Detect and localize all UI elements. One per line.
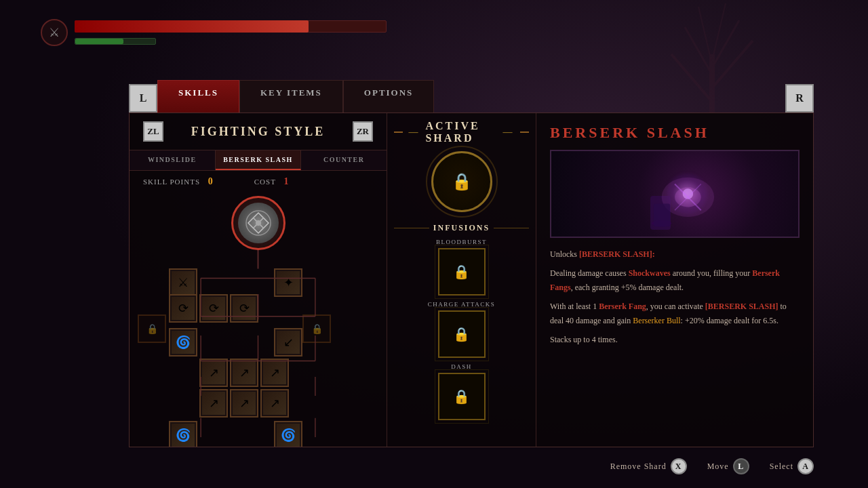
skills-panel: ZL FIGHTING STYLE ZR WINDSLIDE BERSERK S… (130, 113, 387, 447)
main-shard-slot[interactable]: 🔒 (431, 151, 492, 212)
skill-node-r4c4[interactable]: ↗ (199, 389, 228, 418)
skill-node-r2c2[interactable]: ⟳ (199, 294, 228, 323)
charge-border: 🔒 (438, 310, 486, 358)
shard-lock-icon: 🔒 (433, 153, 490, 210)
infusion-bloodburst: BLOODBURST 🔒 (394, 239, 529, 296)
skill-node-r5c1[interactable]: 🌀 (169, 421, 197, 447)
berserker-bull-word: Berserker Bull (633, 316, 680, 325)
charge-lock: 🔒 (439, 312, 484, 357)
zr-key-badge: ZR (353, 121, 373, 142)
health-bar-container (75, 20, 387, 33)
fighting-style-title: FIGHTING STYLE (191, 125, 326, 139)
bloodburst-slot[interactable]: 🔒 (438, 248, 486, 296)
zl-key-badge: ZL (143, 121, 163, 142)
title-ornament-right: — (503, 127, 515, 138)
skill-points-row: SKILL POINTS 0 COST 1 (130, 171, 387, 192)
title-ornament-left: — (408, 127, 420, 138)
remove-shard-action: Remove Shard X (610, 458, 687, 474)
x-key-button[interactable]: X (671, 458, 687, 474)
shockwaves-word: Shockwaves (629, 268, 671, 278)
fighting-style-header: ZL FIGHTING STYLE ZR (130, 113, 387, 150)
svg-rect-29 (654, 204, 670, 227)
berserk-fang-word: Berserk Fang (599, 302, 646, 311)
skill-points-label: SKILL POINTS (143, 178, 200, 186)
stamina-bar-bg (75, 38, 156, 45)
bottom-actions-bar: Remove Shard X Move L Select A (129, 458, 814, 474)
svg-point-22 (256, 220, 261, 226)
remove-shard-label: Remove Shard (610, 462, 667, 472)
character-icon: ⚔ (41, 19, 68, 46)
preview-svg-effects (551, 151, 798, 237)
stamina-bar-fill (75, 39, 123, 44)
tabs-row: L SKILLS KEY ITEMS OPTIONS R (129, 80, 814, 113)
skill-points-value: 0 (208, 176, 214, 186)
top-bar: ⚔ (41, 19, 827, 46)
tab-skills[interactable]: SKILLS (157, 80, 239, 113)
dash-lock: 🔒 (439, 374, 484, 419)
move-label: Move (707, 462, 729, 472)
skill-node-r2c1[interactable]: ⟳ (169, 294, 197, 323)
cost-value: 1 (283, 176, 289, 186)
skill-node-r4c3[interactable]: ↗ (260, 359, 289, 387)
nav-left-button[interactable]: L (129, 84, 157, 113)
sub-tab-windslide[interactable]: WINDSLIDE (130, 150, 216, 170)
content-area: ZL FIGHTING STYLE ZR WINDSLIDE BERSERK S… (129, 113, 814, 447)
skill-node-locked-ml[interactable] (138, 314, 166, 343)
infusions-title: INFUSIONS (394, 223, 529, 233)
shard-panel: — ACTIVE SHARD — 🔒 INFUSIONS BLOODBURST (387, 113, 536, 447)
skill-tree: ⚔ ✦ ⟳ ⟳ ⟳ (130, 192, 387, 447)
description-panel: BERSERK SLASH (536, 113, 813, 447)
skill-node-r4c6[interactable]: ↗ (260, 389, 289, 418)
skill-node-r2c3[interactable]: ⟳ (230, 294, 258, 323)
move-action: Move L (707, 458, 749, 474)
nav-right-button[interactable]: R (785, 84, 814, 113)
infusion-charge-attacks: CHARGE ATTACKS 🔒 (394, 301, 529, 358)
cost-label: COST (254, 178, 276, 186)
center-skill-node[interactable] (231, 196, 285, 250)
infusion-dash: DASH 🔒 (394, 363, 529, 420)
skill-node-r3c1[interactable]: 🌀 (169, 328, 197, 357)
stacks-text: Stacks up to 4 times. (550, 333, 800, 346)
select-action: Select A (770, 458, 814, 474)
charge-attacks-slot[interactable]: 🔒 (438, 310, 486, 358)
ability-preview (550, 150, 800, 238)
skill-node-r1c1[interactable]: ⚔ (169, 268, 197, 297)
shard-slot-border: 🔒 (431, 151, 492, 212)
a-key-button[interactable]: A (797, 458, 814, 474)
l-stick-button[interactable]: L (733, 458, 749, 474)
bloodburst-lock: 🔒 (439, 249, 484, 294)
health-bar-fill (75, 20, 309, 33)
unlocks-highlight: [BERSERK SLASH]: (579, 249, 655, 259)
skill-node-locked-mr[interactable] (302, 314, 331, 343)
tab-key-items[interactable]: KEY ITEMS (239, 80, 343, 113)
skill-node-r4c1[interactable]: ↗ (199, 359, 228, 387)
skill-node-r3c3[interactable]: ↙ (274, 328, 302, 357)
select-label: Select (770, 462, 793, 472)
tab-options[interactable]: OPTIONS (343, 80, 435, 113)
center-skill-icon (238, 203, 279, 243)
skill-node-r4c5[interactable]: ↗ (230, 389, 258, 418)
stamina-bar-container (75, 38, 156, 45)
sub-tab-berserk-slash[interactable]: BERSERK SLASH (216, 150, 302, 170)
sub-tab-counter[interactable]: COUNTER (301, 150, 387, 170)
skill-node-r5c2[interactable]: 🌀 (274, 421, 302, 447)
dash-border: 🔒 (438, 373, 486, 420)
berserk-slash-bracket: [BERSERK SLASH] (705, 302, 778, 311)
ability-description: Unlocks [BERSERK SLASH]: Dealing damage … (550, 247, 800, 352)
skill-node-r1c2[interactable]: ✦ (274, 268, 302, 297)
dash-slot[interactable]: 🔒 (438, 373, 486, 420)
sub-tabs: WINDSLIDE BERSERK SLASH COUNTER (130, 150, 387, 171)
active-shard-title: — ACTIVE SHARD — (394, 120, 529, 144)
unlocks-label: Unlocks (550, 249, 577, 259)
ability-title: BERSERK SLASH (550, 124, 800, 142)
skill-node-r4c2[interactable]: ↗ (230, 359, 258, 387)
bloodburst-border: 🔒 (438, 248, 486, 296)
main-panel: L SKILLS KEY ITEMS OPTIONS R ZL FIGHTING… (129, 80, 814, 447)
